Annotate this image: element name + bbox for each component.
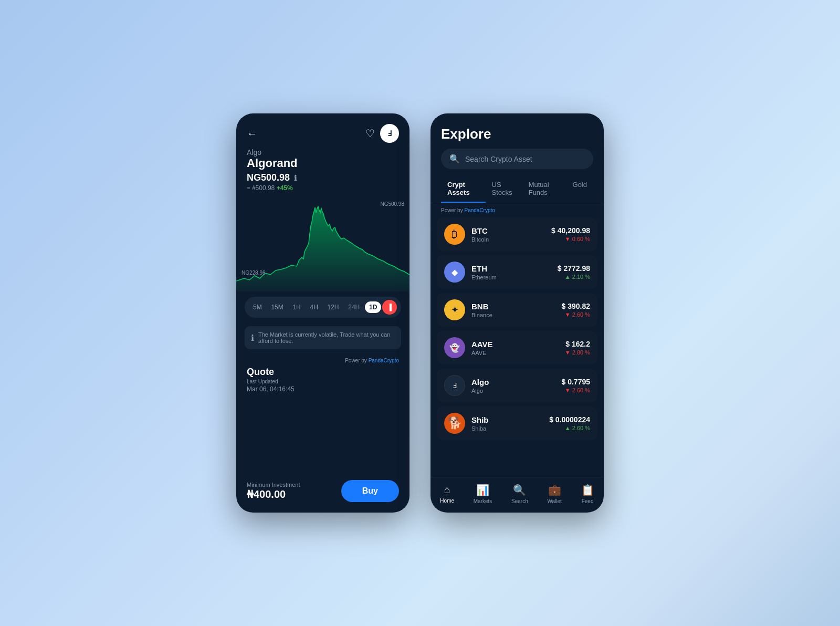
timeframe-12h[interactable]: 12H [323, 301, 343, 313]
panda-link: PandaCrypto [369, 358, 399, 363]
btc-price-info: $ 40,200.98 ▼ 0.60 % [551, 226, 590, 242]
price-change: +45% [277, 184, 293, 192]
timeframe-1h[interactable]: 1H [288, 301, 304, 313]
header-right-icons: ♡ Ⅎ [365, 124, 399, 143]
price-equiv: ≈ #500.98 [247, 184, 275, 192]
tab-gold[interactable]: Gold [566, 175, 593, 203]
tab-mutual-funds[interactable]: Mutual Funds [522, 175, 566, 203]
aave-price: $ 162.2 [565, 340, 590, 348]
buy-button[interactable]: Buy [341, 480, 399, 502]
search-placeholder: Search Crypto Asset [465, 155, 532, 163]
min-investment: Minimum Investment ₦400.00 [247, 482, 300, 500]
asset-list: ₿ BTC Bitcoin $ 40,200.98 ▼ 0.60 % ◆ ETH… [430, 217, 604, 477]
nav-wallet-label: Wallet [547, 498, 561, 504]
info-icon: ℹ [294, 174, 297, 182]
bnb-change: ▼ 2.60 % [562, 311, 591, 318]
aave-change: ▼ 2.80 % [565, 349, 590, 356]
search-icon: 🔍 [449, 154, 460, 164]
nav-home-label: Home [440, 498, 454, 504]
last-updated-label: Last Updated [247, 379, 399, 384]
bottom-nav: ⌂ Home 📊 Markets 🔍 Search 💼 Wallet 📋 Fee… [430, 477, 604, 513]
chart-label-high: NG500.98 [380, 201, 404, 207]
explore-header: Explore 🔍 Search Crypto Asset [430, 113, 604, 175]
coin-price-value: NG500.98 [247, 172, 290, 183]
nav-feed[interactable]: 📋 Feed [581, 484, 594, 504]
aave-ticker: AAVE [471, 340, 559, 349]
search-bar[interactable]: 🔍 Search Crypto Asset [441, 149, 593, 169]
asset-item-algo[interactable]: Ⅎ Algo Algo $ 0.7795 ▼ 2.60 % [437, 369, 597, 402]
eth-ticker: ETH [471, 264, 551, 273]
coin-info: Algo Algorand NG500.98 ℹ ≈ #500.98 +45% [236, 148, 410, 197]
min-invest-amount: ₦400.00 [247, 488, 300, 500]
min-invest-label: Minimum Investment [247, 482, 300, 488]
favorite-button[interactable]: ♡ [365, 127, 375, 140]
back-button[interactable]: ← [247, 128, 257, 140]
algo-price: $ 0.7795 [562, 378, 591, 386]
timeframe-24h[interactable]: 24H [344, 301, 364, 313]
eth-change: ▲ 2.10 % [558, 274, 590, 280]
quote-section: Power by PandaCrypto Quote Last Updated … [236, 352, 410, 398]
coin-name: Algorand [247, 156, 399, 170]
algo-price-info: $ 0.7795 ▼ 2.60 % [562, 378, 591, 393]
btc-price: $ 40,200.98 [551, 226, 590, 235]
right-phone: Explore 🔍 Search Crypto Asset Crypt Asse… [430, 113, 604, 513]
left-header: ← ♡ Ⅎ [236, 113, 410, 148]
chart-type-icon[interactable]: ▐ [382, 300, 397, 315]
shib-name: Shiba [471, 425, 543, 432]
eth-price: $ 2772.98 [558, 264, 590, 273]
shib-logo: 🐕 [444, 413, 465, 434]
shib-change: ▲ 2.60 % [549, 425, 590, 431]
tab-us-stocks[interactable]: US Stocks [486, 175, 522, 203]
category-tabs: Crypt Assets US Stocks Mutual Funds Gold [430, 175, 604, 203]
aave-info: AAVE AAVE [471, 340, 559, 356]
algo-ticker: Algo [471, 378, 555, 387]
chart-label-low: NG228.98 [242, 270, 266, 276]
powered-by-right: Power by PandaCrypto [430, 203, 604, 217]
bnb-logo: ✦ [444, 299, 465, 320]
algo-change: ▼ 2.60 % [562, 387, 591, 393]
bnb-price: $ 390.82 [562, 302, 591, 310]
algo-coin-icon: Ⅎ [380, 124, 399, 143]
timeframe-5m[interactable]: 5M [249, 301, 266, 313]
nav-markets-label: Markets [474, 498, 492, 504]
asset-item-shib[interactable]: 🐕 Shib Shiba $ 0.0000224 ▲ 2.60 % [437, 406, 597, 440]
btc-info: BTC Bitcoin [471, 226, 545, 243]
nav-search-label: Search [511, 498, 528, 504]
asset-item-eth[interactable]: ◆ ETH Ethereum $ 2772.98 ▲ 2.10 % [437, 255, 597, 289]
warning-box: ℹ The Market is currently volatile, Trad… [245, 326, 401, 349]
feed-icon: 📋 [581, 484, 594, 496]
coin-price: NG500.98 ℹ [247, 172, 399, 183]
bnb-info: BNB Binance [471, 302, 555, 318]
nav-home[interactable]: ⌂ Home [440, 484, 454, 504]
chart-fill [236, 206, 410, 291]
shib-price: $ 0.0000224 [549, 415, 590, 424]
shib-info: Shib Shiba [471, 415, 543, 432]
timeframe-4h[interactable]: 4H [306, 301, 322, 313]
nav-markets[interactable]: 📊 Markets [474, 484, 492, 504]
aave-logo: 👻 [444, 337, 465, 358]
timeframe-15m[interactable]: 15M [267, 301, 287, 313]
asset-item-bnb[interactable]: ✦ BNB Binance $ 390.82 ▼ 2.60 % [437, 293, 597, 327]
shib-ticker: Shib [471, 415, 543, 424]
eth-price-info: $ 2772.98 ▲ 2.10 % [558, 264, 590, 280]
chart-area: NG500.98 NG228.98 [236, 197, 410, 291]
algo-name: Algo [471, 388, 555, 394]
asset-item-aave[interactable]: 👻 AAVE AAVE $ 162.2 ▼ 2.80 % [437, 331, 597, 364]
btc-ticker: BTC [471, 226, 545, 235]
asset-item-btc[interactable]: ₿ BTC Bitcoin $ 40,200.98 ▼ 0.60 % [437, 217, 597, 251]
price-chart [236, 197, 410, 291]
bnb-ticker: BNB [471, 302, 555, 311]
wallet-icon: 💼 [548, 484, 561, 496]
bnb-name: Binance [471, 312, 555, 318]
aave-price-info: $ 162.2 ▼ 2.80 % [565, 340, 590, 356]
timeframe-1d[interactable]: 1D [365, 301, 381, 313]
tab-crypt-assets[interactable]: Crypt Assets [441, 175, 486, 203]
panda-link-right: PandaCrypto [464, 207, 495, 213]
markets-icon: 📊 [476, 484, 489, 496]
coin-symbol: Algo [247, 148, 399, 156]
time-selector: 5M 15M 1H 4H 12H 24H 1D ▐ [245, 297, 401, 318]
btc-logo: ₿ [444, 224, 465, 245]
nav-search[interactable]: 🔍 Search [511, 484, 528, 504]
nav-wallet[interactable]: 💼 Wallet [547, 484, 561, 504]
btc-change: ▼ 0.60 % [551, 236, 590, 242]
